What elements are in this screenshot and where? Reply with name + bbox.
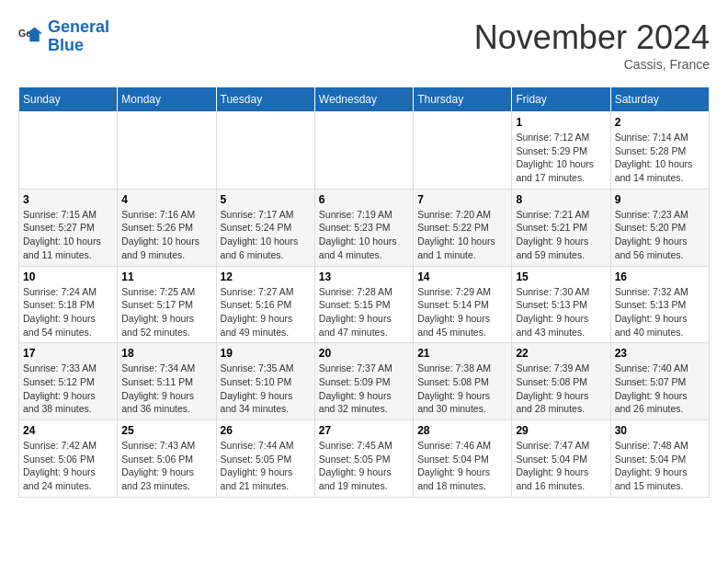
day-info: Sunrise: 7:25 AM Sunset: 5:17 PM Dayligh… (121, 285, 211, 339)
calendar-day-cell: 2Sunrise: 7:14 AM Sunset: 5:28 PM Daylig… (610, 112, 709, 190)
day-number: 22 (516, 347, 606, 360)
day-info: Sunrise: 7:16 AM Sunset: 5:26 PM Dayligh… (121, 208, 211, 262)
calendar-day-cell: 13Sunrise: 7:28 AM Sunset: 5:15 PM Dayli… (314, 266, 413, 343)
day-info: Sunrise: 7:43 AM Sunset: 5:06 PM Dayligh… (121, 439, 211, 493)
weekday-header-friday: Friday (512, 87, 610, 112)
day-number: 24 (23, 424, 113, 437)
calendar-day-cell: 8Sunrise: 7:21 AM Sunset: 5:21 PM Daylig… (512, 189, 610, 266)
calendar-day-cell: 29Sunrise: 7:47 AM Sunset: 5:04 PM Dayli… (512, 420, 610, 498)
day-info: Sunrise: 7:48 AM Sunset: 5:04 PM Dayligh… (615, 439, 705, 493)
day-number: 5 (221, 193, 311, 206)
day-number: 7 (417, 193, 507, 206)
day-number: 27 (319, 424, 409, 437)
weekday-header-row: SundayMondayTuesdayWednesdayThursdayFrid… (19, 87, 710, 112)
logo-text: General Blue (48, 18, 109, 55)
day-number: 19 (221, 347, 311, 360)
day-number: 9 (615, 193, 705, 206)
day-number: 29 (516, 424, 606, 437)
calendar-week-row: 1Sunrise: 7:12 AM Sunset: 5:29 PM Daylig… (19, 112, 710, 190)
day-number: 18 (121, 347, 211, 360)
calendar-week-row: 17Sunrise: 7:33 AM Sunset: 5:12 PM Dayli… (19, 343, 710, 420)
day-info: Sunrise: 7:17 AM Sunset: 5:24 PM Dayligh… (221, 208, 311, 262)
calendar-header: SundayMondayTuesdayWednesdayThursdayFrid… (19, 87, 710, 112)
calendar-day-cell: 27Sunrise: 7:45 AM Sunset: 5:05 PM Dayli… (314, 420, 413, 498)
day-number: 11 (121, 270, 211, 283)
day-info: Sunrise: 7:12 AM Sunset: 5:29 PM Dayligh… (516, 131, 606, 185)
calendar-day-cell: 11Sunrise: 7:25 AM Sunset: 5:17 PM Dayli… (118, 266, 216, 343)
day-info: Sunrise: 7:23 AM Sunset: 5:20 PM Dayligh… (615, 208, 705, 262)
logo-blue: Blue (48, 37, 109, 55)
weekday-header-tuesday: Tuesday (216, 87, 314, 112)
calendar-week-row: 10Sunrise: 7:24 AM Sunset: 5:18 PM Dayli… (19, 266, 710, 343)
day-info: Sunrise: 7:38 AM Sunset: 5:08 PM Dayligh… (417, 362, 507, 416)
empty-day-cell (19, 112, 118, 190)
calendar-day-cell: 15Sunrise: 7:30 AM Sunset: 5:13 PM Dayli… (512, 266, 610, 343)
month-title: November 2024 (474, 18, 710, 57)
day-info: Sunrise: 7:40 AM Sunset: 5:07 PM Dayligh… (615, 362, 705, 416)
day-info: Sunrise: 7:42 AM Sunset: 5:06 PM Dayligh… (23, 439, 113, 493)
calendar-day-cell: 30Sunrise: 7:48 AM Sunset: 5:04 PM Dayli… (610, 420, 709, 498)
day-number: 26 (221, 424, 311, 437)
calendar-day-cell: 1Sunrise: 7:12 AM Sunset: 5:29 PM Daylig… (512, 112, 610, 190)
day-number: 2 (615, 116, 705, 129)
calendar-week-row: 3Sunrise: 7:15 AM Sunset: 5:27 PM Daylig… (19, 189, 710, 266)
day-info: Sunrise: 7:37 AM Sunset: 5:09 PM Dayligh… (319, 362, 409, 416)
day-number: 28 (417, 424, 507, 437)
day-number: 10 (23, 270, 113, 283)
calendar-day-cell: 10Sunrise: 7:24 AM Sunset: 5:18 PM Dayli… (19, 266, 118, 343)
day-number: 3 (23, 193, 113, 206)
day-number: 16 (615, 270, 705, 283)
day-info: Sunrise: 7:20 AM Sunset: 5:22 PM Dayligh… (417, 208, 507, 262)
calendar-day-cell: 18Sunrise: 7:34 AM Sunset: 5:11 PM Dayli… (118, 343, 216, 420)
day-info: Sunrise: 7:47 AM Sunset: 5:04 PM Dayligh… (516, 439, 606, 493)
day-info: Sunrise: 7:24 AM Sunset: 5:18 PM Dayligh… (23, 285, 113, 339)
logo-general: General (48, 17, 109, 36)
calendar-day-cell: 24Sunrise: 7:42 AM Sunset: 5:06 PM Dayli… (19, 420, 118, 498)
day-info: Sunrise: 7:33 AM Sunset: 5:12 PM Dayligh… (23, 362, 113, 416)
calendar-day-cell: 26Sunrise: 7:44 AM Sunset: 5:05 PM Dayli… (216, 420, 314, 498)
day-info: Sunrise: 7:15 AM Sunset: 5:27 PM Dayligh… (23, 208, 113, 262)
location: Cassis, France (474, 57, 710, 72)
calendar-day-cell: 9Sunrise: 7:23 AM Sunset: 5:20 PM Daylig… (610, 189, 709, 266)
day-info: Sunrise: 7:27 AM Sunset: 5:16 PM Dayligh… (221, 285, 311, 339)
empty-day-cell (118, 112, 216, 190)
day-number: 13 (319, 270, 409, 283)
day-info: Sunrise: 7:14 AM Sunset: 5:28 PM Dayligh… (615, 131, 705, 185)
day-info: Sunrise: 7:28 AM Sunset: 5:15 PM Dayligh… (319, 285, 409, 339)
calendar-day-cell: 16Sunrise: 7:32 AM Sunset: 5:13 PM Dayli… (610, 266, 709, 343)
day-number: 6 (319, 193, 409, 206)
day-info: Sunrise: 7:35 AM Sunset: 5:10 PM Dayligh… (221, 362, 311, 416)
calendar-day-cell: 7Sunrise: 7:20 AM Sunset: 5:22 PM Daylig… (414, 189, 512, 266)
day-info: Sunrise: 7:30 AM Sunset: 5:13 PM Dayligh… (516, 285, 606, 339)
calendar-day-cell: 19Sunrise: 7:35 AM Sunset: 5:10 PM Dayli… (216, 343, 314, 420)
day-number: 14 (417, 270, 507, 283)
empty-day-cell (314, 112, 413, 190)
weekday-header-saturday: Saturday (610, 87, 709, 112)
day-number: 20 (319, 347, 409, 360)
day-number: 25 (121, 424, 211, 437)
calendar-day-cell: 3Sunrise: 7:15 AM Sunset: 5:27 PM Daylig… (19, 189, 118, 266)
day-info: Sunrise: 7:45 AM Sunset: 5:05 PM Dayligh… (319, 439, 409, 493)
calendar-day-cell: 23Sunrise: 7:40 AM Sunset: 5:07 PM Dayli… (610, 343, 709, 420)
day-number: 1 (516, 116, 606, 129)
title-area: November 2024 Cassis, France (474, 18, 710, 72)
day-info: Sunrise: 7:21 AM Sunset: 5:21 PM Dayligh… (516, 208, 606, 262)
logo-icon: Gen (18, 24, 44, 50)
day-info: Sunrise: 7:29 AM Sunset: 5:14 PM Dayligh… (417, 285, 507, 339)
calendar-day-cell: 21Sunrise: 7:38 AM Sunset: 5:08 PM Dayli… (414, 343, 512, 420)
calendar-day-cell: 12Sunrise: 7:27 AM Sunset: 5:16 PM Dayli… (216, 266, 314, 343)
page-header: Gen General Blue November 2024 Cassis, F… (18, 18, 710, 72)
calendar-day-cell: 5Sunrise: 7:17 AM Sunset: 5:24 PM Daylig… (216, 189, 314, 266)
day-number: 12 (221, 270, 311, 283)
day-number: 15 (516, 270, 606, 283)
calendar-day-cell: 6Sunrise: 7:19 AM Sunset: 5:23 PM Daylig… (314, 189, 413, 266)
day-number: 21 (417, 347, 507, 360)
calendar-body: 1Sunrise: 7:12 AM Sunset: 5:29 PM Daylig… (19, 112, 710, 498)
empty-day-cell (216, 112, 314, 190)
day-number: 8 (516, 193, 606, 206)
calendar-day-cell: 4Sunrise: 7:16 AM Sunset: 5:26 PM Daylig… (118, 189, 216, 266)
calendar-week-row: 24Sunrise: 7:42 AM Sunset: 5:06 PM Dayli… (19, 420, 710, 498)
day-info: Sunrise: 7:44 AM Sunset: 5:05 PM Dayligh… (221, 439, 311, 493)
day-info: Sunrise: 7:19 AM Sunset: 5:23 PM Dayligh… (319, 208, 409, 262)
calendar-day-cell: 25Sunrise: 7:43 AM Sunset: 5:06 PM Dayli… (118, 420, 216, 498)
